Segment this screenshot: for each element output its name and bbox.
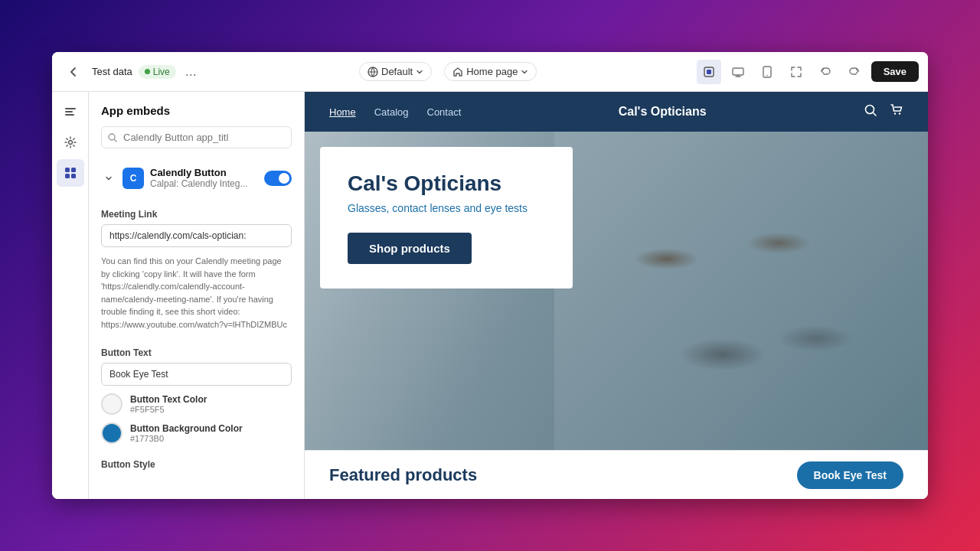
- homepage-selector[interactable]: Home page: [444, 62, 537, 81]
- button-style-label: Button Style: [101, 459, 292, 470]
- svg-rect-13: [71, 174, 76, 178]
- top-bar: Test data Live ... Default: [52, 52, 928, 92]
- default-label: Default: [381, 66, 413, 77]
- app-embed-toggle[interactable]: [264, 171, 292, 186]
- search-icon[interactable]: [864, 103, 877, 120]
- store-header-icons: [864, 103, 903, 120]
- hero-card: Cal's Opticians Glasses, contact lenses …: [320, 147, 573, 289]
- shop-products-button[interactable]: Shop products: [348, 233, 472, 264]
- meeting-link-input[interactable]: [101, 224, 292, 247]
- svg-point-9: [68, 141, 72, 145]
- button-text-color-label: Button Text Color: [130, 394, 207, 405]
- homepage-label: Home page: [466, 66, 518, 77]
- button-text-color-info: Button Text Color #F5F5F5: [130, 394, 207, 414]
- search-wrap: [101, 126, 292, 148]
- store-nav: Home Catalog Contact: [329, 106, 461, 118]
- sidebar-back-button[interactable]: [57, 98, 84, 126]
- meeting-link-help: You can find this on your Calendly meeti…: [101, 255, 292, 331]
- hero-section: Cal's Opticians Glasses, contact lenses …: [305, 132, 928, 450]
- panel-title: App embeds: [101, 104, 292, 117]
- svg-point-16: [894, 112, 896, 114]
- app-embed-sub: Calpal: Calendly Integ...: [150, 178, 264, 189]
- button-bg-color-info: Button Background Color #1773B0: [130, 423, 243, 443]
- back-button[interactable]: [61, 60, 86, 84]
- button-text-label: Button Text: [101, 347, 292, 358]
- fullscreen-button[interactable]: [784, 60, 808, 84]
- button-bg-color-row: Button Background Color #1773B0: [101, 422, 292, 444]
- svg-rect-8: [65, 114, 74, 116]
- live-badge: Live: [139, 65, 176, 79]
- svg-rect-7: [65, 111, 73, 112]
- glasses-image: [554, 132, 928, 450]
- featured-bar: Featured products Book Eye Test: [305, 450, 928, 499]
- sidebar-apps-button[interactable]: [57, 159, 84, 187]
- svg-rect-2: [707, 70, 711, 74]
- default-selector[interactable]: Default: [359, 62, 432, 81]
- live-label: Live: [153, 67, 170, 77]
- button-bg-color-value: #1773B0: [130, 434, 243, 443]
- desktop-view-button[interactable]: [726, 60, 750, 84]
- button-bg-color-swatch[interactable]: [101, 422, 122, 444]
- store-header: Home Catalog Contact Cal's Opticians: [305, 92, 928, 132]
- svg-rect-6: [65, 108, 76, 109]
- hero-subtitle: Glasses, contact lenses and eye tests: [348, 202, 545, 214]
- test-data-label: Test data: [92, 66, 132, 77]
- browser-window: Test data Live ... Default: [52, 52, 928, 499]
- search-icon: [107, 132, 118, 143]
- button-text-input[interactable]: [101, 363, 292, 386]
- button-text-color-swatch[interactable]: [101, 393, 122, 415]
- svg-rect-12: [65, 174, 70, 178]
- sidebar-settings-button[interactable]: [57, 129, 84, 156]
- svg-rect-10: [65, 168, 70, 172]
- svg-rect-11: [71, 168, 76, 172]
- more-options-button[interactable]: ...: [182, 64, 200, 80]
- tablet-view-button[interactable]: [755, 60, 779, 84]
- app-embed-info: Calendly Button Calpal: Calendly Integ..…: [150, 167, 264, 189]
- top-bar-right: Save: [697, 60, 919, 84]
- store-title: Cal's Opticians: [619, 105, 707, 119]
- button-text-color-value: #F5F5F5: [130, 405, 207, 414]
- svg-point-15: [865, 106, 874, 114]
- left-panel: App embeds C Calendly Button: [89, 92, 305, 499]
- nav-catalog[interactable]: Catalog: [374, 106, 409, 118]
- top-bar-center: Default Home page: [206, 62, 691, 81]
- nav-home[interactable]: Home: [329, 106, 356, 118]
- svg-rect-3: [733, 68, 743, 75]
- button-bg-color-label: Button Background Color: [130, 423, 243, 434]
- hero-title: Cal's Opticians: [348, 171, 545, 196]
- svg-point-17: [899, 112, 900, 114]
- save-button[interactable]: Save: [871, 61, 919, 82]
- meeting-link-label: Meeting Link: [101, 209, 292, 220]
- nav-contact[interactable]: Contact: [427, 106, 462, 118]
- sidebar-icons: [52, 92, 89, 499]
- svg-point-5: [766, 74, 768, 76]
- button-text-color-row: Button Text Color #F5F5F5: [101, 393, 292, 415]
- calendly-app-icon: C: [122, 168, 144, 189]
- preview-area: Home Catalog Contact Cal's Opticians: [305, 92, 928, 499]
- redo-button[interactable]: [842, 60, 867, 84]
- app-embed-name: Calendly Button: [150, 167, 264, 178]
- app-embed-chevron[interactable]: [101, 171, 116, 186]
- undo-button[interactable]: [813, 60, 838, 84]
- app-embed-item: C Calendly Button Calpal: Calendly Integ…: [101, 161, 292, 195]
- live-dot: [145, 69, 150, 74]
- cart-icon[interactable]: [890, 103, 903, 120]
- main-layout: App embeds C Calendly Button: [52, 92, 928, 499]
- app-embed-toggle-row: Calendly Button Calpal: Calendly Integ..…: [150, 167, 292, 189]
- app-search-input[interactable]: [101, 126, 292, 148]
- svg-point-14: [109, 134, 115, 140]
- book-eye-test-button[interactable]: Book Eye Test: [797, 461, 903, 489]
- featured-title: Featured products: [329, 465, 477, 485]
- pointer-tool-button[interactable]: [697, 60, 721, 84]
